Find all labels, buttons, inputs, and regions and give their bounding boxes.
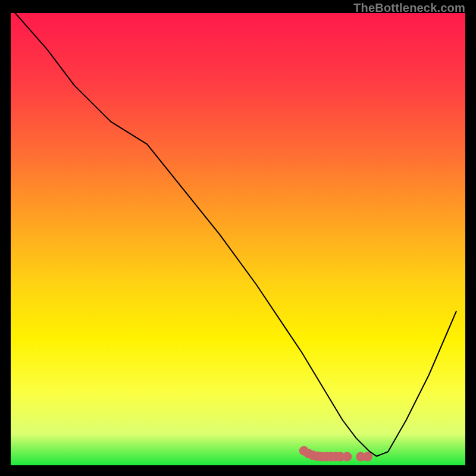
chart-svg [11,13,465,465]
optimal-marker-point [342,452,352,462]
gradient-background [11,13,465,465]
optimal-marker-point [363,452,372,462]
chart-frame: TheBottleneck.com [0,0,476,476]
plot-area [11,13,465,465]
